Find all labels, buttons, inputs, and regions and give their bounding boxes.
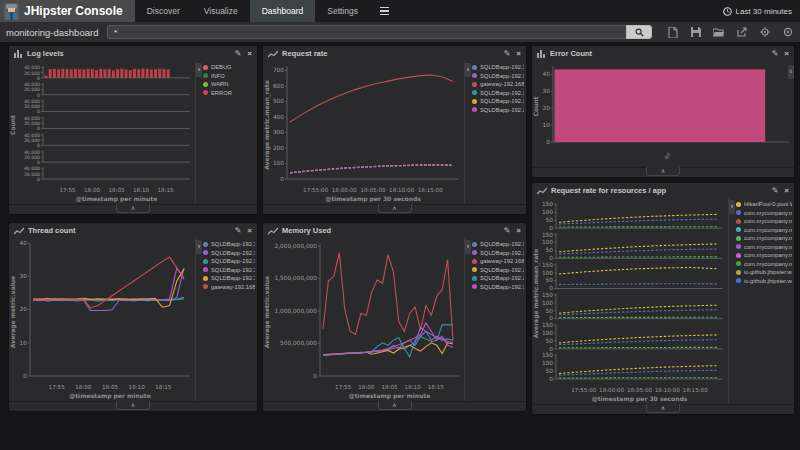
legend-item[interactable]: SQLDBapp-192.168.4... [472,90,524,96]
legend-item[interactable]: SQLDBapp-192.168.4... [472,250,524,256]
new-document-icon[interactable] [666,26,679,39]
legend-item[interactable]: com.mycompany.myap... [736,252,792,258]
close-icon[interactable]: × [516,227,521,235]
panel-drag-header[interactable]: Log levels ✎ × [9,46,257,61]
svg-text:20: 20 [20,306,28,312]
options-gear-icon[interactable] [758,26,771,39]
svg-text:40,000: 40,000 [24,133,40,138]
legend-item[interactable]: com.mycompany.myap... [736,218,792,224]
panel-drag-header[interactable]: Request rate for resources / app ✎ × [532,183,794,198]
legend-item[interactable]: SQLDBapp-192.168.4... [472,284,524,290]
legend-item[interactable]: INFO [203,73,255,79]
legend-item[interactable]: SQLDBapp-192.168.4... [203,250,255,256]
legend-item[interactable]: gateway-192.168.43.8... [203,284,255,290]
collapse-caret-icon[interactable]: ∧ [646,167,680,176]
legend-item[interactable]: SQLDBapp-192.168.4... [203,241,255,247]
legend-item[interactable]: SQLDBapp-192.168.4... [472,267,524,273]
svg-text:18:05: 18:05 [102,384,119,390]
legend-item[interactable]: com.mycompany.myap... [736,261,792,267]
close-icon[interactable]: × [247,50,252,58]
close-icon[interactable]: × [784,187,789,195]
legend-color-dot [736,278,741,283]
edit-icon[interactable]: ✎ [235,50,242,58]
svg-text:18:10: 18:10 [129,384,146,390]
legend-label: gateway-192.168.43.8... [480,258,524,264]
legend-collapse-icon[interactable]: › [465,240,471,254]
nav-item-visualize[interactable]: Visualize [192,0,250,22]
legend-item[interactable]: com.mycompany.myap... [736,235,792,241]
search-button[interactable] [626,25,652,39]
panel-drag-header[interactable]: Memory Used ✎ × [263,223,526,238]
time-picker[interactable]: Last 30 minutes [723,0,800,22]
legend-item[interactable]: HikariPool-0.pool.Wait [736,201,792,207]
collapse-caret-icon[interactable]: ∧ [116,401,150,410]
legend-item[interactable]: gateway-192.168.43.8... [472,81,524,87]
legend-item[interactable]: SQLDBapp-192.168.4... [472,73,524,79]
svg-text:50: 50 [546,308,554,314]
share-icon[interactable] [735,26,748,39]
close-icon[interactable]: × [784,50,789,58]
panel-drag-header[interactable]: Error Count ✎ × [532,46,794,61]
legend-item[interactable]: WARN [203,81,255,87]
edit-icon[interactable]: ✎ [504,50,511,58]
edit-icon[interactable]: ✎ [504,227,511,235]
svg-text:150: 150 [542,262,553,268]
legend-color-dot [736,253,741,258]
brand[interactable]: JHipster Console [0,0,135,22]
nav-item-dashboard[interactable]: Dashboard [250,0,316,22]
edit-icon[interactable]: ✎ [772,50,779,58]
legend-collapse-icon[interactable]: › [196,63,202,77]
close-icon[interactable]: × [516,50,521,58]
legend-item[interactable]: SQLDBapp-192.168.4... [472,275,524,281]
collapse-caret-icon[interactable]: ∧ [378,204,412,213]
svg-text:0: 0 [549,255,553,261]
legend-item[interactable]: io.github.jhipster.web.r... [736,278,792,284]
svg-text:20,000: 20,000 [24,172,40,177]
legend: › SQLDBapp-192.168.4...SQLDBapp-192.168.… [195,238,257,401]
legend-item[interactable]: gateway-192.168.43.8... [472,258,524,264]
collapse-caret-icon[interactable]: ∧ [116,204,150,213]
legend-item[interactable]: DEBUG [203,64,255,70]
hamburger-menu-icon[interactable] [370,0,399,22]
legend-item[interactable]: SQLDBapp-192.168.4... [472,241,524,247]
legend-item[interactable]: SQLDBapp-192.168.4... [472,64,524,70]
svg-text:700: 700 [273,67,284,73]
legend-item[interactable]: com.mycompany.myap... [736,227,792,233]
query-input[interactable] [107,25,626,39]
legend-collapse-icon[interactable]: › [465,63,471,77]
svg-text:50: 50 [546,277,554,283]
panel-title: Log levels [27,49,64,58]
svg-text:@timestamp per minute: @timestamp per minute [349,392,431,400]
legend-label: io.github.jhipster.web.r... [744,278,792,284]
legend-collapse-icon[interactable]: › [196,240,202,254]
collapse-caret-icon[interactable]: ∧ [646,404,680,413]
legend-label: SQLDBapp-192.168.4... [480,275,524,281]
legend-item[interactable]: SQLDBapp-192.168.4... [203,275,255,281]
legend-item[interactable]: SQLDBapp-192.168.4... [203,258,255,264]
svg-text:0: 0 [37,76,40,81]
legend-expand-icon[interactable]: ‹ [788,65,794,79]
edit-icon[interactable]: ✎ [772,187,779,195]
svg-text:2,000,000,000: 2,000,000,000 [275,243,318,249]
legend-item[interactable]: SQLDBapp-192.168.4... [203,267,255,273]
legend-item[interactable]: SQLDBapp-192.168.4... [472,98,524,104]
legend-item[interactable]: com.mycompany.myap... [736,210,792,216]
save-icon[interactable] [689,26,702,39]
legend-item[interactable]: SQLDBapp-192.168.4... [472,107,524,113]
legend-item[interactable]: io.github.jhipster.web.r... [736,269,792,275]
legend-item[interactable]: com.mycompany.myap... [736,244,792,250]
legend-item[interactable]: ERROR [203,90,255,96]
close-icon[interactable]: × [247,227,252,235]
svg-text:0: 0 [37,93,40,98]
legend-collapse-icon[interactable]: › [729,200,735,214]
panel-drag-header[interactable]: Thread count ✎ × [9,223,257,238]
legend-label: HikariPool-0.pool.Wait [744,201,792,207]
refresh-icon[interactable] [781,26,794,39]
nav-item-settings[interactable]: Settings [315,0,370,22]
nav-item-discover[interactable]: Discover [135,0,192,22]
edit-icon[interactable]: ✎ [235,227,242,235]
open-folder-icon[interactable] [712,26,725,39]
panel-drag-header[interactable]: Request rate ✎ × [263,46,526,61]
top-navbar: JHipster Console Discover Visualize Dash… [0,0,800,22]
collapse-caret-icon[interactable]: ∧ [378,401,412,410]
